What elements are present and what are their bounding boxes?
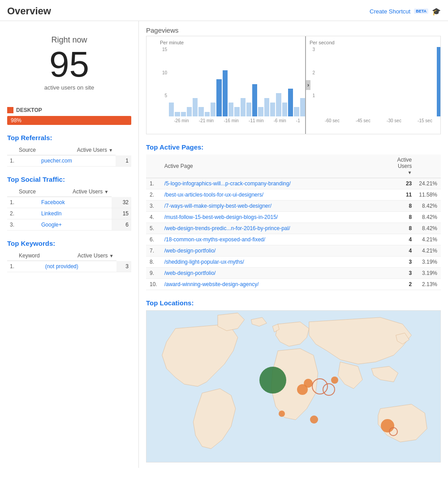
row-pct: 2.13% — [415, 279, 441, 290]
row-pct: 11.58% — [415, 189, 441, 201]
right-now-label: Right now — [7, 35, 131, 45]
bar — [241, 98, 246, 116]
keyword-link[interactable]: (not provided) — [45, 263, 78, 270]
row-source: Facebook — [39, 197, 111, 208]
row-pct: 3.19% — [415, 257, 441, 268]
page-link[interactable]: /7-ways-will-make-simply-best-web-design… — [164, 203, 271, 209]
left-x-axis: -26 min -21 min -16 min -11 min -6 min -… — [160, 118, 305, 123]
bar — [288, 89, 293, 116]
top-social-table: Source Active Users ▼ 1. Facebook 32 2. … — [7, 187, 131, 231]
row-users: 4 — [394, 234, 416, 245]
location-bubble — [259, 367, 286, 394]
y2-tick-1: 1 — [312, 93, 315, 98]
row-num: 4. — [146, 212, 161, 223]
x-tick-26: -26 min — [174, 118, 189, 123]
bar — [216, 79, 221, 116]
device-color-indicator — [7, 107, 13, 113]
page-link[interactable]: /web-design-portfolio/ — [164, 248, 216, 254]
create-shortcut-link[interactable]: Create Shortcut — [370, 8, 410, 15]
right-panel: Pageviews Per minute 15 10 5 — [139, 21, 448, 468]
row-page: /web-design-trends-predic...n-for-2016-b… — [161, 223, 394, 234]
row-num: 3. — [146, 201, 161, 212]
left-bars-area — [169, 47, 305, 116]
page-link[interactable]: /must-follow-15-best-web-design-blogs-in… — [164, 214, 278, 220]
page-link[interactable]: /18-common-ux-myths-exposed-and-fixed/ — [164, 236, 265, 243]
row-keyword: (not provided) — [43, 261, 116, 272]
row-num: 5. — [146, 223, 161, 234]
table-row: 5. /web-design-trends-predic...n-for-201… — [146, 223, 441, 234]
x-tick-16: -16 min — [224, 118, 238, 123]
per-minute-label: Per minute — [160, 40, 305, 45]
y-tick-10: 10 — [162, 70, 167, 75]
page-link[interactable]: /shedding-light-popular-ux-myths/ — [164, 259, 244, 265]
bar — [300, 98, 305, 116]
row-users: 15 — [112, 208, 132, 219]
page-link[interactable]: /award-winning-website-design-agency/ — [164, 281, 259, 287]
table-row: 2. /best-ux-articles-tools-for-ux-ui-des… — [146, 189, 441, 201]
sort-arrow: ▼ — [407, 170, 412, 175]
page-link[interactable]: /web-design-portfolio/ — [164, 270, 216, 276]
source-link[interactable]: puecher.com — [41, 158, 72, 164]
list-item: 1. Facebook 32 — [7, 197, 131, 208]
row-users: 3 — [116, 261, 131, 272]
source-link[interactable]: LinkedIn — [41, 210, 61, 217]
row-num: 1. — [7, 261, 43, 272]
source-link[interactable]: Facebook — [41, 199, 65, 206]
chart-expand-button[interactable]: › — [306, 80, 310, 90]
right-bars-area — [317, 47, 440, 116]
right-now-section: Right now 95 active users on site — [7, 28, 131, 100]
top-keywords-title: Top Keywords: — [7, 240, 131, 247]
bar — [228, 103, 233, 116]
row-num: 6. — [146, 234, 161, 245]
row-page: /best-ux-articles-tools-for-ux-ui-design… — [161, 189, 394, 201]
row-num: 2. — [146, 189, 161, 201]
pages-num-header — [146, 154, 161, 178]
row-num: 8. — [146, 257, 161, 268]
row-pct: 3.19% — [415, 268, 441, 279]
row-users: 2 — [394, 279, 416, 290]
bar — [169, 103, 174, 116]
table-row: 9. /web-design-portfolio/ 3 3.19% — [146, 268, 441, 279]
referrals-users-header: Active Users ▼ — [39, 145, 116, 155]
bar — [252, 84, 257, 116]
row-page: /7-ways-will-make-simply-best-web-design… — [161, 201, 394, 212]
top-referrals-table: Source Active Users ▼ 1. puecher.com 1 — [7, 145, 131, 167]
top-active-pages-table: Active Page Active Users ▼ 1. /5-logo-in… — [146, 154, 441, 290]
list-item: 3. Google+ 6 — [7, 219, 131, 231]
sort-arrow: ▼ — [108, 148, 113, 153]
bar — [193, 98, 198, 116]
row-users: 3 — [394, 257, 416, 268]
row-users: 23 — [394, 178, 416, 189]
location-bubble — [310, 415, 318, 424]
header-actions: Create Shortcut BETA 🎓 — [370, 7, 441, 16]
top-active-pages-title: Top Active Pages: — [146, 143, 441, 151]
source-link[interactable]: Google+ — [41, 222, 62, 228]
bar — [258, 107, 263, 116]
location-bubble — [323, 383, 335, 396]
pageviews-title: Pageviews — [146, 26, 441, 34]
row-pct: 8.42% — [415, 201, 441, 212]
y-tick-5: 5 — [164, 93, 167, 98]
row-pct: 24.21% — [415, 178, 441, 189]
map-container — [146, 310, 441, 462]
page-link[interactable]: /5-logo-infographics-will...p-crack-comp… — [164, 180, 291, 187]
row-num: 1. — [7, 197, 39, 208]
row-users: 8 — [394, 223, 416, 234]
page-link[interactable]: /web-design-trends-predic...n-for-2016-b… — [164, 225, 290, 231]
row-users: 32 — [112, 197, 132, 208]
row-users: 1 — [116, 155, 131, 167]
row-pct: 4.21% — [415, 234, 441, 245]
row-page: /18-common-ux-myths-exposed-and-fixed/ — [161, 234, 394, 245]
beta-badge: BETA — [414, 9, 428, 14]
page-link[interactable]: /best-ux-articles-tools-for-ux-ui-design… — [164, 192, 263, 198]
row-pct: 8.42% — [415, 212, 441, 223]
shortcut-icon: 🎓 — [432, 7, 441, 16]
location-bubble — [389, 427, 398, 436]
x-tick-21: -21 min — [199, 118, 214, 123]
social-users-header: Active Users ▼ — [39, 187, 111, 197]
bar — [264, 98, 269, 116]
x2-tick-30: -30 sec — [387, 118, 401, 123]
pages-users-header: Active Users ▼ — [394, 154, 416, 178]
row-page: /web-design-portfolio/ — [161, 245, 394, 257]
main-content: Right now 95 active users on site DESKTO… — [0, 21, 448, 468]
